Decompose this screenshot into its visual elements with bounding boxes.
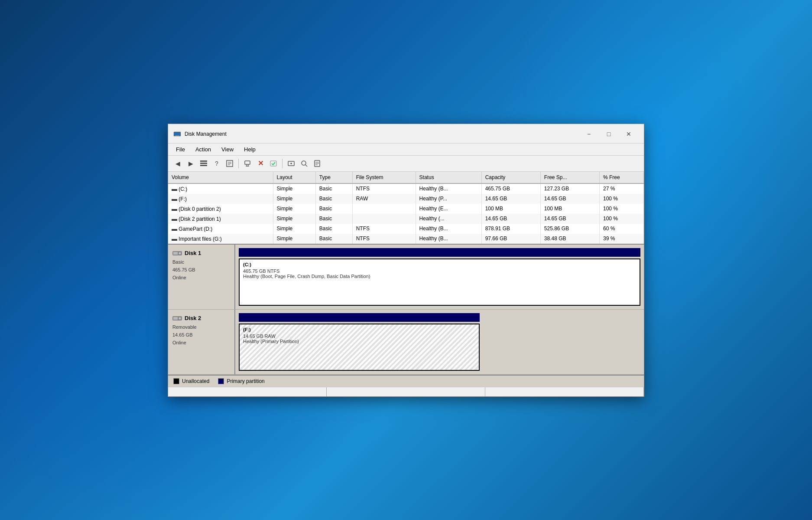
- window-title: Disk Management: [185, 131, 579, 137]
- cell-status: Healthy (B...: [416, 224, 481, 234]
- cell-status: Healthy (B...: [416, 234, 481, 244]
- disk-2-label: Disk 2: [185, 315, 201, 321]
- disk-1-label: Disk 1: [185, 250, 201, 256]
- title-bar: Disk Management − □ ✕: [168, 124, 644, 144]
- minimize-button[interactable]: −: [579, 128, 599, 141]
- cell-type: Basic: [315, 214, 352, 224]
- table-row[interactable]: ▬ (Disk 0 partition 2)SimpleBasicHealthy…: [168, 204, 644, 214]
- table-row[interactable]: ▬ (Disk 2 partition 1)SimpleBasicHealthy…: [168, 214, 644, 224]
- disk-1-status: Online: [172, 275, 230, 280]
- partition-f-size: 14.65 GB RAW: [243, 334, 475, 339]
- help-icon-button[interactable]: ?: [211, 157, 223, 170]
- add-disk-button[interactable]: [285, 157, 297, 170]
- menu-help[interactable]: Help: [240, 144, 260, 154]
- cell-type: Basic: [315, 194, 352, 204]
- cell-freeSpace: 14.65 GB: [540, 194, 599, 204]
- disk-management-window: Disk Management − □ ✕ FileActionViewHelp…: [168, 124, 644, 397]
- cell-percentFree: 39 %: [599, 234, 643, 244]
- cell-fileSystem: [352, 214, 416, 224]
- close-button[interactable]: ✕: [619, 128, 639, 141]
- maximize-button[interactable]: □: [599, 128, 619, 141]
- cell-capacity: 14.65 GB: [481, 194, 540, 204]
- properties-button[interactable]: [224, 157, 236, 170]
- forward-button[interactable]: ▶: [185, 157, 197, 170]
- menu-view[interactable]: View: [217, 144, 238, 154]
- partition-c-size: 465.75 GB NTFS: [243, 268, 636, 274]
- table-row[interactable]: ▬ (C:)SimpleBasicNTFSHealthy (B...465.75…: [168, 183, 644, 194]
- toolbar-separator-2: [282, 159, 283, 168]
- main-content: Volume Layout Type File System Status Ca…: [168, 172, 644, 387]
- table-row[interactable]: ▬ Important files (G:)SimpleBasicNTFSHea…: [168, 234, 644, 244]
- cell-fileSystem: [352, 204, 416, 214]
- svg-rect-12: [270, 161, 276, 166]
- cell-layout: Simple: [273, 214, 315, 224]
- title-bar-controls: − □ ✕: [579, 128, 639, 141]
- cell-type: Basic: [315, 204, 352, 214]
- cell-type: Basic: [315, 183, 352, 194]
- cell-percentFree: 27 %: [599, 183, 643, 194]
- disk-2-partition-container[interactable]: (F:) 14.65 GB RAW Healthy (Primary Parti…: [239, 324, 640, 371]
- svg-line-17: [305, 165, 307, 167]
- table-header-row: Volume Layout Type File System Status Ca…: [168, 172, 644, 183]
- cell-percentFree: 60 %: [599, 224, 643, 234]
- cell-capacity: 100 MB: [481, 204, 540, 214]
- cell-name: ▬ (Disk 2 partition 1): [168, 214, 273, 224]
- disk-1-icon: [172, 250, 182, 257]
- cell-fileSystem: NTFS: [352, 234, 416, 244]
- disk-2-size: 14.65 GB: [172, 332, 230, 337]
- cell-capacity: 465.75 GB: [481, 183, 540, 194]
- partition-c-label: (C:): [243, 262, 636, 267]
- svg-point-16: [302, 161, 306, 165]
- disk-1-row: Disk 1 Basic 465.75 GB Online (C:) 465.7…: [168, 245, 644, 310]
- disk-1-partition-container[interactable]: (C:) 465.75 GB NTFS Healthy (Boot, Page …: [239, 258, 640, 306]
- partition-f-label: (F:): [243, 327, 475, 332]
- svg-point-24: [179, 252, 181, 254]
- cell-layout: Simple: [273, 224, 315, 234]
- col-status: Status: [416, 172, 481, 183]
- col-capacity: Capacity: [481, 172, 540, 183]
- svg-rect-26: [173, 317, 178, 320]
- cell-capacity: 878.91 GB: [481, 224, 540, 234]
- export-button[interactable]: [311, 157, 323, 170]
- disk-1-header-bar: [239, 248, 640, 257]
- cell-capacity: 97.66 GB: [481, 234, 540, 244]
- delete-button[interactable]: ✕: [254, 157, 266, 170]
- cell-name: ▬ (C:): [168, 183, 273, 194]
- connect-button[interactable]: [241, 157, 253, 170]
- list-view-button[interactable]: [198, 157, 210, 170]
- svg-rect-2: [175, 135, 179, 136]
- status-segment-3: [485, 387, 644, 396]
- cell-fileSystem: RAW: [352, 194, 416, 204]
- search-button[interactable]: [298, 157, 310, 170]
- disk-1-partitions: (C:) 465.75 GB NTFS Healthy (Boot, Page …: [235, 245, 644, 309]
- check-button[interactable]: [267, 157, 279, 170]
- disk-2-row: Disk 2 Removable 14.65 GB Online (F:) 14…: [168, 310, 644, 375]
- cell-status: Healthy (B...: [416, 183, 481, 194]
- volume-list[interactable]: Volume Layout Type File System Status Ca…: [168, 172, 644, 245]
- menu-file[interactable]: File: [172, 144, 189, 154]
- col-type: Type: [315, 172, 352, 183]
- cell-type: Basic: [315, 234, 352, 244]
- cell-freeSpace: 127.23 GB: [540, 183, 599, 194]
- col-freespace: Free Sp...: [540, 172, 599, 183]
- status-segment-2: [327, 387, 485, 396]
- col-layout: Layout: [273, 172, 315, 183]
- partition-f-block[interactable]: (F:) 14.65 GB RAW Healthy (Primary Parti…: [239, 324, 480, 371]
- cell-name: ▬ (F:): [168, 194, 273, 204]
- disk-1-size: 465.75 GB: [172, 267, 230, 272]
- disk-2-type: Removable: [172, 324, 230, 330]
- toolbar: ◀ ▶ ? ✕: [168, 156, 644, 172]
- cell-layout: Simple: [273, 204, 315, 214]
- svg-rect-10: [245, 161, 250, 164]
- cell-status: Healthy (E...: [416, 204, 481, 214]
- table-row[interactable]: ▬ (F:)SimpleBasicRAWHealthy (P...14.65 G…: [168, 194, 644, 204]
- menu-action[interactable]: Action: [191, 144, 215, 154]
- back-button[interactable]: ◀: [172, 157, 184, 170]
- cell-layout: Simple: [273, 183, 315, 194]
- legend-swatch-primary: [218, 378, 224, 384]
- partition-c-block[interactable]: (C:) 465.75 GB NTFS Healthy (Boot, Page …: [239, 258, 640, 306]
- table-row[interactable]: ▬ GamePart (D:)SimpleBasicNTFSHealthy (B…: [168, 224, 644, 234]
- svg-rect-4: [200, 163, 207, 164]
- cell-percentFree: 100 %: [599, 194, 643, 204]
- cell-type: Basic: [315, 224, 352, 234]
